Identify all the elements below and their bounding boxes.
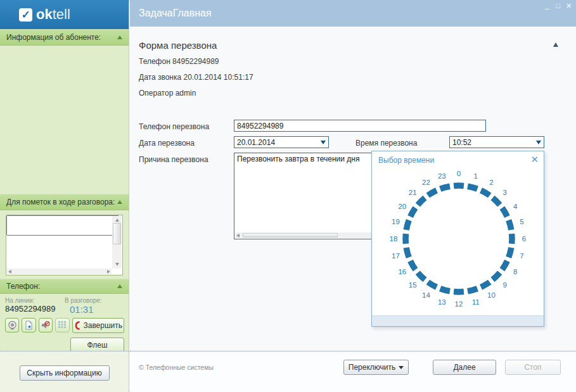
callback-time-select[interactable]: 10:52 [449, 136, 544, 148]
main-area: ЗадачаГлавная _ □ ✕ Форма перезвона Теле… [130, 0, 576, 392]
hangup-phone-icon [74, 321, 80, 330]
clock-hour-segment-4[interactable] [502, 208, 508, 217]
clock-hour-label-2[interactable]: 2 [489, 179, 493, 186]
scrollbar-thumb[interactable] [243, 233, 338, 237]
scrollbar-thumb[interactable] [113, 223, 121, 244]
footer-buttons: Переключить Далее Стоп [343, 360, 561, 375]
collapse-up-icon [117, 35, 122, 39]
clock-hour-segment-5[interactable] [509, 220, 511, 230]
clock-hour-segment-11[interactable] [468, 289, 477, 291]
notes-box [6, 215, 123, 275]
main-footer: © Телефонные системы Переключить Далее С… [130, 351, 576, 392]
maximize-icon[interactable]: □ [554, 2, 561, 9]
logo-text-bold: ok [36, 6, 53, 23]
clock-hour-label-13[interactable]: 13 [438, 298, 446, 306]
callback-date-select[interactable]: 20.01.2014 [234, 136, 329, 148]
clock-hour-segment-23[interactable] [440, 186, 450, 189]
clock-hour-label-5[interactable]: 5 [520, 218, 523, 225]
form-title: Форма перезвона [139, 40, 217, 51]
clock-hour-label-8[interactable]: 8 [513, 268, 517, 275]
clock-hour-label-12[interactable]: 12 [455, 300, 463, 308]
call-date-line: Дата звонка 20.01.2014 10:51:17 [139, 73, 253, 82]
hide-info-button[interactable]: Скрыть информацию [20, 365, 110, 381]
notes-input[interactable] [6, 215, 119, 236]
section-header-label: Телефон: [6, 282, 40, 291]
operator-line: Оператор admin [139, 89, 196, 98]
section-header-notes[interactable]: Для пометок в ходе разговора: [0, 194, 129, 210]
clock-hour-segment-16[interactable] [411, 261, 416, 270]
clock-hour-segment-2[interactable] [481, 191, 490, 196]
scroll-left-icon[interactable] [8, 270, 11, 274]
sidebar: ✓ oktell Информация об абоненте: Для пом… [0, 0, 129, 392]
record-button[interactable] [5, 318, 19, 332]
callback-phone-input[interactable] [234, 120, 486, 132]
scroll-right-icon[interactable] [107, 270, 110, 274]
section-header-subscriber-info[interactable]: Информация об абоненте: [0, 29, 129, 46]
clock-hour-label-6[interactable]: 6 [522, 235, 526, 243]
clock-hour-segment-10[interactable] [481, 282, 490, 288]
clock-hour-label-14[interactable]: 14 [422, 291, 430, 299]
clock-hour-label-22[interactable]: 22 [422, 179, 430, 186]
clock-hour-label-0[interactable]: 0 [457, 170, 461, 177]
stop-button[interactable]: Стоп [505, 360, 561, 375]
form-collapse-icon[interactable] [553, 42, 558, 47]
clock-hour-label-21[interactable]: 21 [409, 189, 417, 196]
clock-hour-segment-8[interactable] [502, 261, 508, 270]
clock-hour-label-4[interactable]: 4 [513, 203, 518, 210]
callback-date-value: 20.01.2014 [237, 138, 275, 147]
clock-hour-label-23[interactable]: 23 [438, 172, 446, 180]
subscriber-info-panel [0, 46, 129, 194]
logo-text-light: tell [53, 6, 70, 23]
scroll-left-icon[interactable] [236, 234, 240, 237]
scroll-down-icon[interactable] [115, 263, 119, 266]
clock-hour-segment-13[interactable] [440, 289, 450, 291]
callback-time-label: Время перезвона [355, 139, 417, 148]
horizontal-scrollbar[interactable] [7, 269, 112, 274]
form-content: Форма перезвона Телефон 84952294989 Дата… [130, 27, 576, 351]
clock-hour-label-7[interactable]: 7 [520, 252, 523, 260]
clock-hour-label-10[interactable]: 10 [487, 291, 496, 299]
page-title: ЗадачаГлавная [139, 8, 212, 19]
hangup-label: Завершить [83, 321, 122, 330]
transfer-document-button[interactable] [22, 318, 35, 332]
speaker-mute-icon [41, 320, 50, 330]
caller-phone-line: Телефон 84952294989 [139, 57, 219, 66]
clock-hour-label-19[interactable]: 19 [392, 218, 400, 225]
scroll-up-icon[interactable] [115, 218, 119, 222]
clock-hour-segment-15[interactable] [418, 273, 425, 280]
clock-hour-segment-3[interactable] [493, 198, 500, 205]
clock-hour-label-18[interactable]: 18 [390, 235, 398, 243]
logo-bar: ✓ oktell [0, 0, 129, 29]
section-header-phone[interactable]: Телефон: [0, 279, 129, 294]
clock-hour-label-15[interactable]: 15 [409, 281, 417, 289]
clock-hour-label-1[interactable]: 1 [473, 172, 477, 180]
clock-hour-label-16[interactable]: 16 [398, 268, 406, 275]
switch-button[interactable]: Переключить [343, 360, 409, 375]
vertical-scrollbar[interactable] [112, 216, 122, 269]
transfer-document-icon [24, 320, 34, 330]
app-window: ✓ oktell Информация об абоненте: Для пом… [0, 0, 576, 392]
clock-hour-segment-19[interactable] [406, 220, 409, 230]
clock-hour-label-11[interactable]: 11 [472, 298, 480, 306]
clock-hour-label-9[interactable]: 9 [503, 281, 507, 289]
close-icon[interactable]: ✕ [565, 2, 572, 9]
hangup-button[interactable]: Завершить [72, 318, 125, 333]
dialpad-button[interactable] [55, 318, 69, 332]
clock-hour-segment-1[interactable] [468, 186, 477, 189]
clock-hour-segment-7[interactable] [509, 248, 511, 257]
clock-hour-segment-14[interactable] [428, 282, 437, 288]
collapse-up-icon [117, 200, 122, 204]
next-button[interactable]: Далее [433, 360, 496, 375]
clock-hour-label-3[interactable]: 3 [503, 189, 507, 196]
clock-hour-segment-9[interactable] [493, 273, 500, 280]
clock-hour-label-17[interactable]: 17 [392, 252, 400, 260]
clock-hour-label-20[interactable]: 20 [398, 203, 406, 210]
oktell-logo-icon: ✓ [19, 8, 32, 22]
clock-hour-segment-21[interactable] [418, 198, 425, 205]
minimize-icon[interactable]: _ [544, 2, 551, 9]
online-number: 84952294989 [5, 304, 70, 315]
clock-hour-segment-22[interactable] [428, 191, 437, 196]
mute-speaker-button[interactable] [39, 318, 53, 332]
clock-hour-segment-20[interactable] [411, 208, 416, 217]
clock-hour-segment-17[interactable] [406, 248, 409, 257]
